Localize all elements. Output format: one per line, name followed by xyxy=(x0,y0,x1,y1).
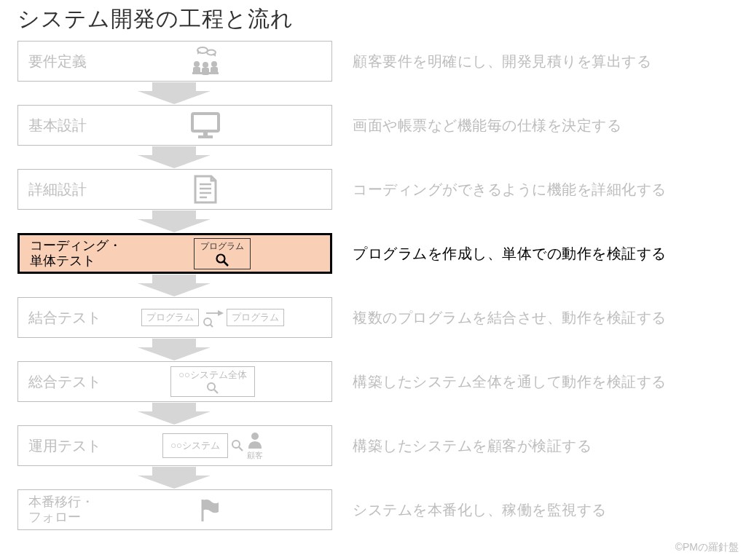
operation-test-icon: ○○システム 顧客 xyxy=(101,431,324,461)
svg-rect-8 xyxy=(192,72,219,74)
flow-arrow-icon xyxy=(17,82,332,104)
step-row-system-test: 総合テスト ○○システム全体 構築したシステム全体を通して動作を検証する xyxy=(17,360,739,403)
flow-arrow-icon xyxy=(17,210,332,232)
step-label: 本番移行・ フォロー xyxy=(28,494,94,524)
step-card-requirements: 要件定義 xyxy=(17,41,332,82)
step-row-basic-design: 基本設計 画面や帳票など機能毎の仕様を決定する xyxy=(17,104,739,146)
step-desc: プログラムを作成し、単体での動作を検証する xyxy=(353,244,667,264)
step-label: コーディング・ 単体テスト xyxy=(30,238,122,268)
flow-arrow-icon xyxy=(17,467,332,489)
step-row-requirements: 要件定義 顧客要件を明確にし、開発見積りを算出する xyxy=(17,40,739,82)
svg-rect-11 xyxy=(203,131,208,135)
step-desc: 構築したシステムを顧客が検証する xyxy=(353,436,592,456)
flow-arrow-icon xyxy=(17,339,332,360)
system-inspect-icon: ○○システム全体 xyxy=(101,366,324,397)
step-card-coding-unit-test: コーディング・ 単体テスト プログラム xyxy=(17,233,332,274)
step-card-basic-design: 基本設計 xyxy=(17,105,332,146)
flow-arrow-icon xyxy=(17,146,332,168)
svg-point-32 xyxy=(251,433,259,440)
step-card-production: 本番移行・ フォロー xyxy=(17,489,332,530)
step-row-production: 本番移行・ フォロー システムを本番化し、稼働を監視する xyxy=(17,489,739,531)
svg-marker-29 xyxy=(138,403,211,425)
step-row-coding-unit-test: コーディング・ 単体テスト プログラム プログラムを作成し、単体での動作を検証す… xyxy=(17,232,739,275)
svg-line-31 xyxy=(239,447,243,451)
step-row-integration-test: 結合テスト プログラム プログラム 複数のプログラムを結合させ、動作を検証する xyxy=(17,296,739,339)
svg-marker-18 xyxy=(138,210,211,232)
step-desc: 画面や帳票など機能毎の仕様を決定する xyxy=(353,116,621,135)
mini-box-label: ○○システム全体 xyxy=(178,368,247,382)
svg-marker-25 xyxy=(218,310,224,316)
mini-box-b: プログラム xyxy=(227,309,284,326)
mini-box-a: プログラム xyxy=(141,309,199,326)
step-label: 詳細設計 xyxy=(28,181,87,198)
svg-marker-26 xyxy=(138,339,211,360)
page-title: システム開発の工程と流れ xyxy=(17,4,739,34)
svg-point-4 xyxy=(203,62,208,68)
magnifier-icon xyxy=(206,382,219,395)
step-card-detail-design: 詳細設計 xyxy=(17,169,332,210)
customer-label: 顧客 xyxy=(247,450,263,461)
svg-rect-10 xyxy=(192,114,219,131)
step-label: 運用テスト xyxy=(28,437,101,454)
step-card-operation-test: 運用テスト ○○システム 顧客 xyxy=(17,425,332,466)
step-card-system-test: 総合テスト ○○システム全体 xyxy=(17,361,332,402)
step-card-integration-test: 結合テスト プログラム プログラム xyxy=(17,297,332,338)
step-desc: コーディングができるように機能を詳細化する xyxy=(353,180,667,200)
step-label: 結合テスト xyxy=(28,309,101,326)
step-label: 基本設計 xyxy=(28,117,87,134)
svg-line-20 xyxy=(224,261,228,266)
step-label: 要件定義 xyxy=(28,52,87,70)
svg-point-2 xyxy=(194,61,200,67)
mini-box-label: ○○システム xyxy=(162,433,228,458)
monitor-icon xyxy=(87,111,324,139)
magnifier-icon xyxy=(231,439,244,452)
mini-box-label: プログラム xyxy=(200,240,244,253)
svg-point-6 xyxy=(211,61,217,67)
svg-line-28 xyxy=(214,390,218,393)
document-icon xyxy=(87,174,324,205)
integration-icon: プログラム プログラム xyxy=(101,307,324,328)
svg-point-27 xyxy=(208,383,215,390)
svg-marker-33 xyxy=(138,467,211,489)
flag-icon xyxy=(94,497,324,523)
flow-arrow-icon xyxy=(17,275,332,296)
svg-marker-21 xyxy=(138,275,211,296)
meeting-icon xyxy=(87,46,324,76)
step-desc: 構築したシステム全体を通して動作を検証する xyxy=(353,372,667,392)
step-label: 総合テスト xyxy=(28,373,101,390)
magnifier-icon xyxy=(215,253,229,267)
step-desc: 複数のプログラムを結合させ、動作を検証する xyxy=(353,308,667,328)
svg-marker-9 xyxy=(138,82,211,104)
svg-line-23 xyxy=(210,324,213,327)
svg-point-30 xyxy=(232,441,240,448)
step-row-detail-design: 詳細設計 コーディングができるように機能を詳細化する xyxy=(17,168,739,210)
step-row-operation-test: 運用テスト ○○システム 顧客 構築したシステムを顧客が検証する xyxy=(17,425,739,467)
svg-rect-12 xyxy=(198,135,213,138)
step-desc: 顧客要件を明確にし、開発見積りを算出する xyxy=(353,52,651,71)
customer-icon: 顧客 xyxy=(247,431,263,461)
footer-copyright: ©PMの羅針盤 xyxy=(675,541,739,554)
step-desc: システムを本番化し、稼働を監視する xyxy=(353,500,607,520)
program-inspect-icon: プログラム xyxy=(122,238,323,269)
svg-marker-13 xyxy=(138,146,211,168)
svg-point-19 xyxy=(217,254,225,262)
flow-arrow-icon xyxy=(17,403,332,425)
